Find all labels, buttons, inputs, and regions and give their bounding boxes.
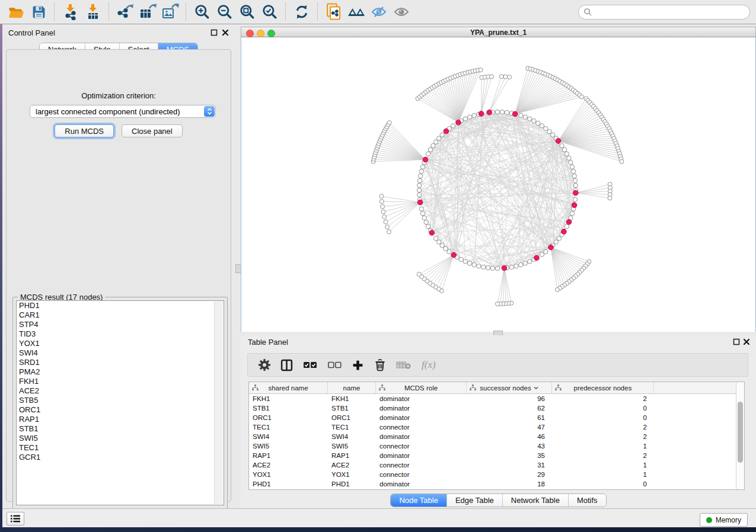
optimization-criterion-select[interactable]: largest connected component (undirected) bbox=[30, 105, 216, 118]
cell-name: RAP1 bbox=[328, 451, 376, 460]
select-all-button[interactable] bbox=[303, 360, 317, 370]
cell-successor-nodes: 43 bbox=[467, 441, 552, 451]
cell-predecessor-nodes: 1 bbox=[552, 441, 654, 451]
table-settings-button[interactable] bbox=[259, 359, 270, 371]
cell-shared-name: PHD1 bbox=[249, 479, 328, 489]
mcds-result-item[interactable]: TEC1 bbox=[17, 443, 224, 453]
cell-predecessor-nodes: 1 bbox=[552, 470, 654, 479]
tab-node-table[interactable]: Node Table bbox=[391, 494, 446, 507]
table-scrollbar-thumb[interactable] bbox=[738, 402, 743, 463]
mcds-result-list[interactable]: PHD1CAR1STP4TID3YOX1SWI4SRD1PMA2FKH1ACE2… bbox=[16, 300, 224, 505]
mcds-result-item[interactable]: CAR1 bbox=[17, 310, 224, 320]
table-row[interactable]: RAP1RAP1dominator352 bbox=[249, 451, 744, 460]
search-network-button[interactable] bbox=[346, 2, 366, 21]
import-network-button[interactable] bbox=[60, 2, 81, 21]
result-scrollbar[interactable] bbox=[214, 302, 223, 504]
task-history-button[interactable] bbox=[7, 512, 24, 525]
mcds-result-item[interactable]: ORC1 bbox=[17, 405, 224, 415]
delete-column-button[interactable] bbox=[374, 358, 386, 371]
search-input[interactable] bbox=[592, 7, 749, 17]
close-panel-button[interactable]: Close panel bbox=[122, 124, 183, 137]
network-window-titlebar[interactable]: YPA_prune.txt_1 bbox=[241, 27, 756, 37]
mcds-result-item[interactable]: RAP1 bbox=[17, 415, 224, 424]
table-row[interactable]: ORC1ORC1dominator610 bbox=[249, 413, 744, 422]
cell-successor-nodes: 47 bbox=[467, 422, 552, 432]
optimization-criterion-label: Optimization criterion: bbox=[7, 91, 231, 100]
tab-network-table[interactable]: Network Table bbox=[502, 494, 568, 507]
mcds-result-item[interactable]: SRD1 bbox=[17, 358, 224, 367]
mcds-result-item[interactable]: PMA2 bbox=[17, 367, 224, 377]
import-network-icon bbox=[62, 4, 79, 20]
network-graph[interactable] bbox=[241, 37, 756, 332]
table-row[interactable]: PHD1PHD1dominator180 bbox=[249, 479, 744, 489]
mcds-result-item[interactable]: FKH1 bbox=[17, 377, 224, 386]
toolbar-separator bbox=[186, 3, 187, 21]
cell-successor-nodes: 18 bbox=[467, 479, 552, 489]
table-row[interactable]: TEC1TEC1connector472 bbox=[249, 422, 744, 432]
mcds-result-item[interactable]: TID3 bbox=[17, 329, 224, 339]
cell-successor-nodes: 61 bbox=[467, 413, 552, 422]
zoom-in-button[interactable] bbox=[192, 2, 212, 21]
zoom-selected-icon bbox=[262, 4, 277, 20]
refresh-button[interactable] bbox=[292, 2, 312, 21]
cell-mcds-role: connector bbox=[376, 422, 467, 432]
cell-predecessor-nodes: 2 bbox=[552, 394, 654, 403]
run-mcds-button[interactable]: Run MCDS bbox=[55, 124, 114, 137]
export-network-button[interactable] bbox=[115, 2, 135, 21]
delete-table-button[interactable] bbox=[396, 360, 412, 370]
table-scrollbar[interactable] bbox=[736, 382, 744, 489]
function-builder-button[interactable]: f(x) bbox=[422, 359, 436, 371]
memory-button[interactable]: Memory bbox=[700, 513, 748, 527]
zoom-fit-button[interactable] bbox=[237, 2, 257, 21]
open-folder-button[interactable] bbox=[6, 2, 26, 21]
hide-details-button[interactable] bbox=[369, 2, 389, 21]
mcds-result-item[interactable]: STB5 bbox=[17, 396, 224, 405]
tab-motifs[interactable]: Motifs bbox=[568, 494, 606, 507]
mcds-result-item[interactable]: ACE2 bbox=[17, 386, 224, 396]
table-row[interactable]: SWI4SWI4dominator462 bbox=[249, 432, 744, 441]
column-header-mcds-role[interactable]: MCDS role bbox=[376, 382, 467, 393]
export-image-button[interactable] bbox=[160, 2, 180, 21]
mcds-result-item[interactable]: STP4 bbox=[17, 320, 224, 329]
mcds-result-item[interactable]: YOX1 bbox=[17, 339, 224, 348]
cell-mcds-role: dominator bbox=[376, 403, 467, 413]
float-panel-icon[interactable] bbox=[210, 29, 218, 36]
column-header-successor-nodes[interactable]: successor nodes bbox=[467, 382, 552, 393]
close-panel-icon[interactable] bbox=[743, 338, 750, 345]
table-row[interactable]: ACE2ACE2connector311 bbox=[249, 460, 744, 470]
network-canvas[interactable] bbox=[241, 37, 756, 332]
save-session-button[interactable] bbox=[28, 2, 49, 21]
table-row[interactable]: FKH1FKH1dominator962 bbox=[249, 394, 744, 403]
cell-successor-nodes: 31 bbox=[467, 460, 552, 470]
export-network-icon bbox=[116, 4, 134, 20]
mcds-result-item[interactable]: STB1 bbox=[17, 424, 224, 434]
share-document-button[interactable] bbox=[324, 2, 344, 21]
show-graphics-details-button[interactable] bbox=[391, 2, 412, 21]
export-table-button[interactable] bbox=[138, 2, 158, 21]
column-header-shared-name[interactable]: shared name bbox=[249, 382, 328, 393]
zoom-selected-button[interactable] bbox=[260, 2, 280, 21]
import-table-button[interactable] bbox=[83, 2, 103, 21]
toolbar-separator bbox=[317, 3, 318, 21]
table-row[interactable]: SWI5SWI5connector431 bbox=[249, 441, 744, 451]
deselect-all-button[interactable] bbox=[327, 360, 342, 370]
column-header-predecessor-nodes[interactable]: predecessor nodes bbox=[552, 382, 654, 393]
mcds-result-item[interactable]: SWI4 bbox=[17, 348, 224, 358]
cell-name: SWI5 bbox=[328, 441, 376, 451]
mcds-result-item[interactable]: PHD1 bbox=[17, 301, 224, 310]
table-row[interactable]: STB1STB1dominator620 bbox=[249, 403, 744, 413]
gear-icon bbox=[259, 359, 270, 371]
show-column-button[interactable] bbox=[280, 359, 293, 371]
mcds-result-box: MCDS result (17 nodes) PHD1CAR1STP4TID3Y… bbox=[12, 297, 228, 509]
add-column-button[interactable] bbox=[352, 359, 364, 371]
zoom-fit-icon bbox=[240, 4, 255, 20]
float-panel-icon[interactable] bbox=[733, 338, 740, 345]
column-header-name[interactable]: name bbox=[328, 382, 376, 393]
zoom-out-button[interactable] bbox=[215, 2, 235, 21]
tab-edge-table[interactable]: Edge Table bbox=[446, 494, 502, 507]
table-row[interactable]: YOX1YOX1connector291 bbox=[249, 470, 744, 479]
mcds-result-item[interactable]: GCR1 bbox=[17, 453, 224, 462]
cell-mcds-role: dominator bbox=[376, 413, 467, 422]
close-panel-icon[interactable] bbox=[222, 29, 229, 36]
mcds-result-item[interactable]: SWI5 bbox=[17, 434, 224, 443]
